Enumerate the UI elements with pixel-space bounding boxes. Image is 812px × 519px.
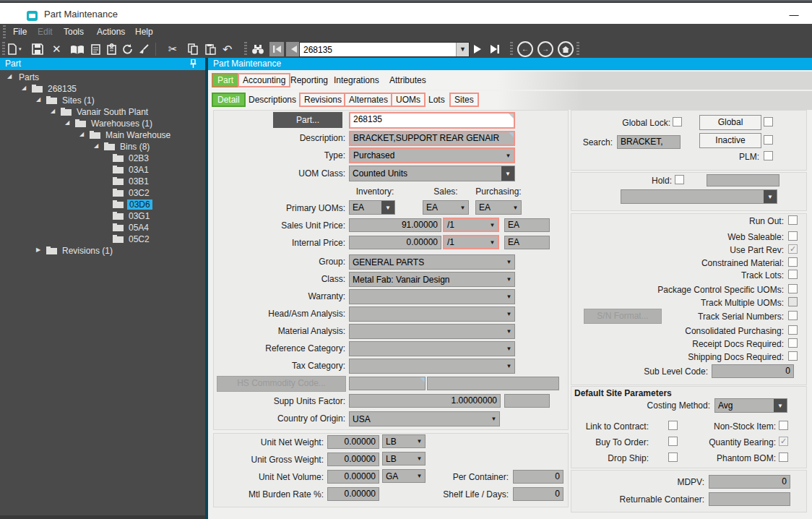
sales-unit-price-input[interactable]: 91.00000: [349, 218, 441, 232]
mdpv-input[interactable]: 0: [709, 475, 790, 489]
uom-class-dropdown[interactable]: Counted Units▼: [349, 166, 515, 181]
head-asm-analysis-dropdown[interactable]: ▼: [349, 306, 515, 322]
plm-checkbox[interactable]: [764, 151, 773, 160]
group-dropdown[interactable]: GENERAL PARTS▼: [349, 254, 515, 270]
tree-item-bin-03d6-selected[interactable]: 03D6: [0, 199, 205, 210]
description-input[interactable]: BRACKET,SUPPORT REAR GENAIR: [349, 131, 515, 146]
web-saleable-checkbox[interactable]: [788, 231, 798, 241]
tree-item-bin-03b1[interactable]: 03B1: [0, 176, 205, 187]
refresh-icon[interactable]: [121, 42, 134, 56]
tree-item-bin-05a4[interactable]: 05A4: [0, 222, 205, 233]
reference-category-dropdown[interactable]: ▼: [349, 341, 515, 356]
constrained-material-checkbox[interactable]: [788, 257, 798, 267]
cut-icon[interactable]: ✂: [168, 42, 178, 56]
hs-commodity-code-field-1[interactable]: [349, 377, 426, 390]
global-lock-checkbox[interactable]: [673, 117, 682, 126]
non-stock-item-checkbox[interactable]: [779, 421, 788, 430]
tab-revisions[interactable]: Revisions: [299, 93, 347, 107]
tab-part[interactable]: Part: [212, 73, 239, 87]
clear-icon[interactable]: [138, 42, 150, 56]
country-of-origin-dropdown[interactable]: USA▼: [349, 411, 500, 426]
global-checkbox[interactable]: [764, 117, 773, 126]
tree-item-bin-03c2[interactable]: 03C2: [0, 187, 205, 199]
primary-uom-sales-dropdown[interactable]: EA▼: [423, 200, 469, 215]
tab-lots[interactable]: Lots: [424, 93, 449, 106]
tree-item-parts[interactable]: ◢Parts: [0, 72, 205, 83]
tab-integrations[interactable]: Integrations: [329, 74, 384, 87]
track-serial-numbers-checkbox[interactable]: [788, 311, 798, 320]
unit-gross-weight-input[interactable]: 0.00000: [327, 452, 379, 466]
undo-icon[interactable]: ↶: [223, 42, 232, 56]
type-dropdown[interactable]: Purchased▼: [349, 147, 515, 163]
primary-uom-purchasing-dropdown[interactable]: EA▼: [475, 200, 522, 215]
tab-uoms[interactable]: UOMs: [391, 93, 426, 107]
new-icon[interactable]: ▾: [7, 42, 22, 56]
track-lots-checkbox[interactable]: [788, 270, 798, 279]
tab-alternates[interactable]: Alternates: [344, 93, 393, 107]
save-icon[interactable]: [32, 42, 43, 56]
tree-item-part-268135[interactable]: ◢268135: [0, 83, 205, 95]
paste-icon[interactable]: [205, 42, 216, 56]
tree-item-vanair-south-plant[interactable]: ◢Vanair South Plant: [0, 106, 205, 118]
search-field[interactable]: BRACKET,: [617, 135, 681, 149]
mtl-burden-rate-input[interactable]: 0.00000: [327, 487, 379, 501]
hold-reason-dropdown[interactable]: ▼: [621, 189, 777, 204]
record-combo-input[interactable]: [300, 43, 456, 56]
tab-reporting[interactable]: Reporting: [286, 74, 332, 87]
toolbar-grip-4[interactable]: [576, 42, 579, 56]
back-button[interactable]: ←: [517, 42, 533, 56]
open-book-icon[interactable]: [70, 42, 85, 56]
unit-net-weight-uom-dropdown[interactable]: LB▼: [382, 434, 426, 448]
next-record-button[interactable]: [474, 42, 481, 56]
tab-attributes[interactable]: Attributes: [385, 74, 431, 87]
record-combo[interactable]: ▼: [299, 42, 470, 57]
shelf-life-input[interactable]: 0: [513, 487, 563, 501]
unit-gross-weight-uom-dropdown[interactable]: LB▼: [382, 452, 426, 466]
tree-item-bin-02b3[interactable]: 02B3: [0, 153, 205, 164]
toolbar-grip[interactable]: [2, 42, 5, 56]
tree-item-revisions[interactable]: ▶Revisions (1): [0, 245, 205, 257]
per-container-input[interactable]: 0: [513, 470, 563, 484]
part-button[interactable]: Part...: [273, 112, 342, 128]
tree-item-warehouses[interactable]: ◢Warehouses (1): [0, 118, 205, 129]
menu-actions[interactable]: Actions: [97, 27, 125, 37]
tree-item-bin-03a1[interactable]: 03A1: [0, 164, 205, 176]
run-out-checkbox[interactable]: [788, 215, 798, 225]
sub-level-code-input[interactable]: 0: [712, 364, 794, 378]
tab-sites[interactable]: Sites: [449, 93, 479, 107]
last-record-button[interactable]: [491, 42, 499, 56]
use-part-rev-checkbox[interactable]: [788, 244, 798, 254]
tab-descriptions[interactable]: Descriptions: [244, 93, 301, 106]
supp-units-factor-input[interactable]: 1.00000000: [349, 394, 501, 408]
search-binoculars-icon[interactable]: [251, 42, 265, 56]
hold-checkbox[interactable]: [675, 175, 684, 184]
memo-icon[interactable]: [91, 42, 100, 56]
toolbar-grip-2[interactable]: [244, 42, 247, 56]
internal-price-per-dropdown[interactable]: /1▼: [443, 235, 499, 249]
material-analysis-dropdown[interactable]: ▼: [349, 324, 515, 339]
receipt-docs-required-checkbox[interactable]: [788, 338, 798, 348]
global-button[interactable]: Global: [699, 115, 761, 130]
menubar-grip[interactable]: [3, 25, 6, 40]
part-input[interactable]: 268135: [349, 112, 515, 129]
tree-item-sites[interactable]: ◢Sites (1): [0, 95, 205, 106]
tab-detail[interactable]: Detail: [212, 93, 246, 107]
costing-method-dropdown[interactable]: Avg▼: [714, 398, 787, 413]
consolidated-purchasing-checkbox[interactable]: [788, 325, 798, 335]
menu-help[interactable]: Help: [135, 27, 153, 37]
shipping-docs-required-checkbox[interactable]: [788, 351, 798, 361]
inactive-checkbox[interactable]: [764, 135, 773, 145]
hs-commodity-code-field-2[interactable]: [427, 377, 559, 390]
menu-file[interactable]: File: [13, 27, 27, 37]
attachment-icon[interactable]: [106, 42, 117, 56]
tree-item-main-warehouse[interactable]: ◢Main Warehouse: [0, 129, 205, 141]
first-record-button[interactable]: [269, 42, 284, 56]
inactive-button[interactable]: Inactive: [699, 133, 761, 148]
unit-net-volume-input[interactable]: 0.00000: [327, 470, 379, 484]
record-combo-dropdown-icon[interactable]: ▼: [456, 43, 469, 56]
delete-icon[interactable]: ✕: [52, 42, 61, 56]
minimize-button[interactable]: —: [787, 9, 800, 20]
previous-record-button[interactable]: [286, 42, 301, 56]
returnable-container-input[interactable]: [709, 492, 790, 506]
tab-accounting[interactable]: Accounting: [238, 73, 290, 87]
